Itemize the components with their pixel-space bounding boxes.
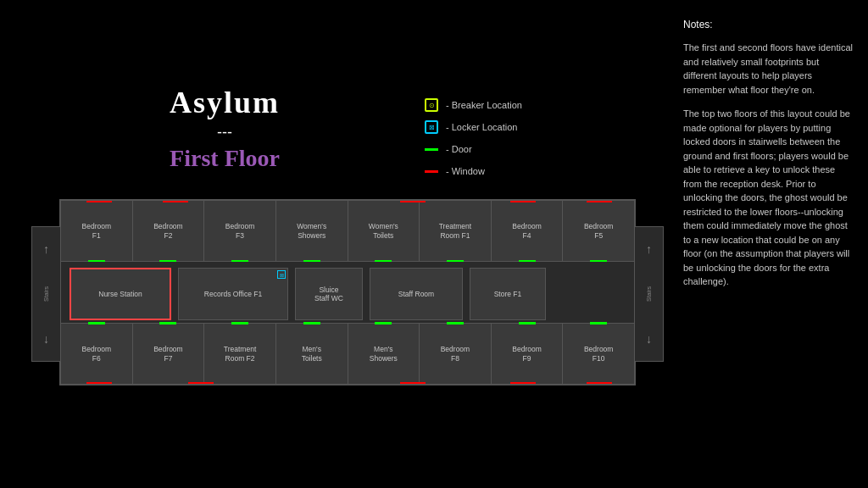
legend-locker: ⊠ - Locker Location (424, 119, 522, 135)
legend-window-label: - Window (446, 166, 485, 176)
bedroom-f6: BedroomF6 (61, 324, 133, 384)
window-icon (424, 164, 439, 179)
stair-down-right-icon: ↓ (646, 332, 652, 346)
store-f1-room: Store F1 (470, 268, 546, 320)
stair-up-icon: ↑ (43, 242, 49, 256)
window-bottom-5 (587, 382, 612, 384)
stairwell-left-label: Stairs (43, 286, 49, 302)
bedroom-f10: BedroomF10 (563, 324, 634, 384)
legend: ⊙ - Breaker Location ⊠ - Locker Location… (424, 97, 522, 186)
bottom-wall (61, 382, 634, 384)
notes-paragraph-1: The first and second floors have identic… (683, 41, 854, 97)
door-icon (424, 141, 439, 157)
window-top-5 (587, 201, 612, 202)
corridor: Nurse Station Records Office F1 ⊠ Sluice… (61, 262, 634, 323)
womens-toilets: Women'sToilets (348, 201, 420, 261)
womens-showers: Women'sShowers (276, 201, 348, 261)
bedroom-f3: BedroomF3 (204, 201, 276, 261)
legend-door-label: - Door (446, 144, 472, 154)
bedroom-f7: BedroomF7 (133, 324, 205, 384)
title-divider: --- (170, 124, 280, 141)
records-office-room: Records Office F1 ⊠ (178, 268, 288, 320)
window-bottom-4 (510, 382, 536, 384)
breaker-icon: ⊙ (424, 97, 439, 113)
floor-title: First Floor (170, 145, 280, 172)
stairwell-left: ↑ Stairs ↓ (31, 226, 61, 362)
bottom-rooms: BedroomF6 BedroomF7 TreatmentRoom F2 Men… (61, 323, 634, 384)
notes-paragraph-2: The top two floors of this layout could … (683, 107, 854, 289)
bedroom-f5: BedroomF5 (563, 201, 634, 261)
locker-small-icon: ⊠ (277, 270, 286, 279)
asylum-title: Asylum (170, 85, 280, 120)
window-bottom-2 (188, 382, 214, 384)
top-wall (61, 201, 634, 202)
treatment-room-f2: TreatmentRoom F2 (204, 324, 276, 384)
nurse-station-room: Nurse Station (70, 268, 171, 320)
legend-locker-label: - Locker Location (446, 122, 517, 132)
locker-icon: ⊠ (424, 119, 439, 135)
stairwell-right: ↑ Stairs ↓ (634, 226, 664, 362)
top-rooms: BedroomF1 BedroomF2 BedroomF3 Women'sSho… (61, 201, 634, 262)
stairwell-right-label: Stairs (646, 286, 652, 302)
stair-up-right-icon: ↑ (646, 242, 652, 256)
bedroom-f9: BedroomF9 (492, 324, 564, 384)
mens-toilets: Men'sToilets (276, 324, 348, 384)
floor-plan: ↑ Stairs ↓ ↑ Stairs ↓ BedroomF1 BedroomF… (59, 199, 636, 385)
window-bottom-1 (86, 382, 112, 384)
window-bottom-3 (400, 382, 426, 384)
notes-title: Notes: (683, 17, 854, 32)
mens-showers: Men'sShowers (348, 324, 420, 384)
bedroom-f2: BedroomF2 (133, 201, 205, 261)
treatment-room-f1: TreatmentRoom F1 (420, 201, 492, 261)
legend-window: - Window (424, 164, 522, 179)
left-panel: Asylum --- First Floor ⊙ - Breaker Locat… (0, 0, 670, 488)
sluice-wc-room: SluiceStaff WC (295, 268, 363, 320)
title-area: Asylum --- First Floor (170, 85, 280, 172)
bedroom-f4: BedroomF4 (492, 201, 564, 261)
staff-room: Staff Room (370, 268, 463, 320)
stair-down-icon: ↓ (43, 332, 49, 346)
bedroom-f1: BedroomF1 (61, 201, 133, 261)
notes-panel: Notes: The first and second floors have … (670, 0, 868, 488)
legend-breaker: ⊙ - Breaker Location (424, 97, 522, 113)
corridor-rooms: Nurse Station Records Office F1 ⊠ Sluice… (70, 268, 626, 320)
bedroom-f8: BedroomF8 (420, 324, 492, 384)
window-top-2 (163, 201, 188, 202)
window-top-1 (86, 201, 112, 202)
window-top-3 (400, 201, 426, 202)
legend-door: - Door (424, 141, 522, 157)
legend-breaker-label: - Breaker Location (446, 100, 522, 110)
window-top-4 (510, 201, 536, 202)
